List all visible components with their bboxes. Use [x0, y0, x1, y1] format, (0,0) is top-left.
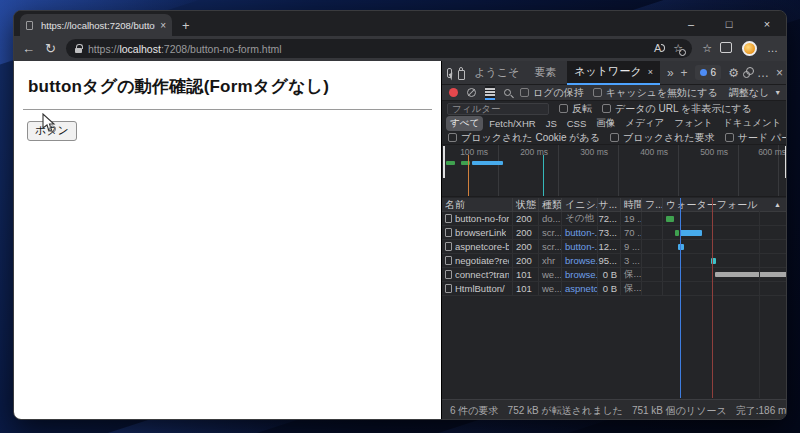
initiator-link[interactable]: button-... [562, 240, 598, 253]
header-initiator[interactable]: イニシ... [562, 198, 598, 211]
filter-toggle[interactable] [485, 86, 495, 100]
network-row[interactable]: negotiate?requ... 200 xhr browse... 95..… [442, 254, 787, 268]
header-size[interactable]: サ... [598, 198, 621, 211]
issues-badge[interactable]: 6 [695, 65, 722, 80]
add-panel-icon[interactable]: + [681, 67, 688, 79]
blocked-requests-option[interactable]: ブロックされた要求 [610, 131, 715, 145]
hide-data-urls-checkbox[interactable] [602, 104, 611, 113]
maximize-button[interactable]: □ [710, 11, 748, 36]
initiator-link[interactable]: browse... [562, 268, 598, 281]
browser-toolbar: ← ↻ https://localhost:7208/button-no-for… [14, 36, 786, 61]
search-icon[interactable] [504, 89, 511, 96]
sort-asc-icon: ▲ [774, 201, 781, 208]
blocked-cookies-checkbox[interactable] [448, 133, 457, 142]
network-row[interactable]: aspnetcore-bro... 200 scr... button-... … [442, 240, 787, 254]
disable-cache-option[interactable]: キャッシュを無効にする [593, 86, 718, 100]
tick-label: 400 ms [632, 147, 668, 157]
back-button[interactable]: ← [22, 42, 35, 55]
initiator-link[interactable]: aspnetc... [562, 282, 598, 295]
tab-close-icon[interactable]: × [160, 20, 166, 31]
header-waterfall[interactable]: ウォーターフォール▲ [663, 198, 787, 211]
devtools-settings-icon[interactable]: ⚙ [728, 67, 739, 79]
device-toolbar-icon[interactable] [459, 67, 464, 79]
lock-icon [75, 48, 82, 53]
header-name[interactable]: 名前 [442, 198, 513, 211]
invert-option[interactable]: 反転 [559, 102, 592, 116]
inspect-element-icon[interactable] [447, 68, 452, 78]
address-bar[interactable]: https://localhost:7208/button-no-form.ht… [66, 39, 692, 58]
third-party-option[interactable]: サード パーティ要求 [725, 131, 787, 145]
preserve-log-option[interactable]: ログの保持 [520, 86, 584, 100]
filter-chip[interactable]: メディア [621, 116, 668, 131]
file-icon [445, 214, 452, 223]
filter-chip[interactable]: JS [542, 117, 561, 130]
filter-chip[interactable]: Fetch/XHR [485, 117, 539, 130]
network-row[interactable]: button-no-for... 200 do... その他 72... 19 … [442, 212, 787, 226]
favorites-icon[interactable]: ☆ [702, 43, 712, 54]
waterfall-bar [666, 216, 674, 222]
dcl-marker-line [468, 155, 469, 196]
refresh-button[interactable]: ↻ [45, 42, 56, 55]
filter-input[interactable] [447, 103, 549, 115]
devtools-close-icon[interactable]: × [776, 67, 783, 79]
blocked-cookies-option[interactable]: ブロックされた Cookie がある [448, 131, 600, 145]
header-extra[interactable]: フ... [642, 198, 663, 211]
network-row[interactable]: browserLink 200 scr... button-... 73... … [442, 226, 787, 240]
overview-bar [446, 161, 455, 165]
throttling-dropdown[interactable]: 調整なし▼ [729, 86, 781, 100]
filter-chip[interactable]: フォント [670, 116, 717, 131]
header-type[interactable]: 種類 [539, 198, 562, 211]
chevron-down-icon: ▼ [774, 89, 781, 96]
browser-tab[interactable]: https://localhost:7208/button-no-form.ht… [20, 14, 172, 36]
filter-chip[interactable]: 画像 [592, 116, 619, 131]
network-row[interactable]: HtmlButton/ 101 we... aspnetc... 0 B 保..… [442, 282, 787, 296]
disable-cache-checkbox[interactable] [593, 88, 602, 97]
profile-avatar[interactable] [742, 41, 757, 56]
browser-menu-icon[interactable]: … [767, 43, 778, 54]
load-marker-line [543, 155, 544, 196]
load-marker-line [712, 198, 713, 398]
overview-right-handle[interactable] [785, 146, 787, 178]
network-overview-timeline[interactable]: 100 ms 200 ms 300 ms 400 ms 500 ms 600 m… [442, 145, 787, 197]
waterfall-gridline [759, 198, 760, 398]
network-row[interactable]: connect?transp... 101 we... browse... 0 … [442, 268, 787, 282]
gridline [498, 145, 499, 196]
new-tab-button[interactable]: + [182, 18, 190, 33]
overview-left-handle[interactable] [443, 146, 445, 178]
third-party-checkbox[interactable] [725, 133, 734, 142]
file-icon [445, 270, 452, 279]
initiator-link[interactable]: browse... [562, 254, 598, 267]
tab-network[interactable]: ネットワーク× [567, 61, 660, 85]
tab-welcome[interactable]: ようこそ [470, 61, 523, 85]
header-time[interactable]: 時間 [621, 198, 642, 211]
collections-icon[interactable] [722, 44, 732, 53]
invert-checkbox[interactable] [559, 104, 568, 113]
blocked-requests-checkbox[interactable] [610, 133, 619, 142]
network-summary-bar: 6 件の要求 752 kB が転送されました 751 kB 個のリソース 完了:… [442, 399, 787, 420]
waterfall-bar [715, 272, 787, 277]
initiator-link[interactable]: button-... [562, 226, 598, 239]
overview-bar [472, 161, 503, 165]
clear-icon[interactable] [467, 88, 476, 97]
minimize-button[interactable]: – [672, 11, 710, 36]
hide-data-urls-option[interactable]: データの URL を非表示にする [602, 102, 752, 116]
filter-chip[interactable]: CSS [563, 117, 591, 130]
close-button[interactable]: × [748, 11, 786, 36]
record-icon[interactable] [449, 88, 458, 97]
add-favorite-icon[interactable]: ☆ [673, 43, 683, 54]
tab-network-close-icon[interactable]: × [648, 67, 653, 77]
gridline [618, 145, 619, 196]
mouse-cursor [41, 113, 57, 133]
filter-chip-all[interactable]: すべて [446, 116, 483, 131]
file-icon [445, 256, 452, 265]
feedback-icon[interactable] [746, 67, 750, 78]
header-status[interactable]: 状態 [513, 198, 539, 211]
filter-chip[interactable]: ドキュメント [719, 116, 785, 131]
read-aloud-icon[interactable]: A [654, 43, 661, 54]
tab-elements[interactable]: 要素 [530, 61, 560, 85]
more-tabs-icon[interactable]: » [667, 67, 674, 79]
preserve-log-checkbox[interactable] [520, 88, 529, 97]
devtools-menu-icon[interactable]: … [757, 67, 769, 79]
initiator-other: その他 [562, 212, 598, 225]
file-icon [445, 284, 452, 293]
